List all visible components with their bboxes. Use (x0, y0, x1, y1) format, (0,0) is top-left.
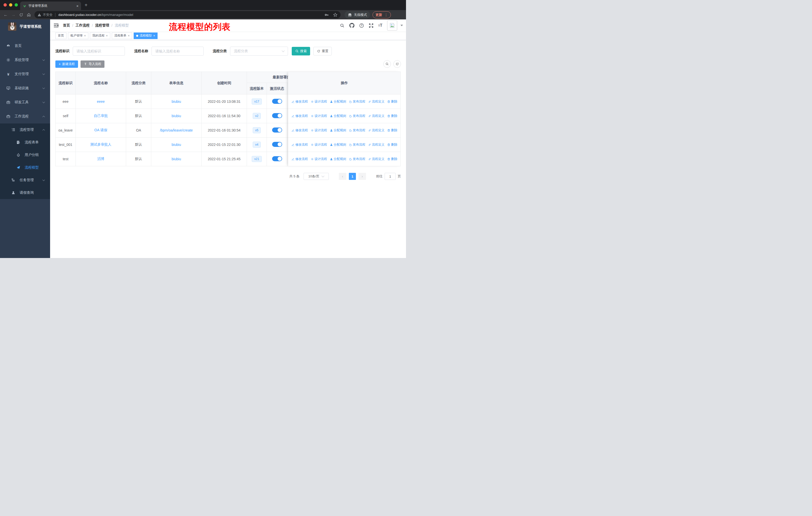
action-设计流程[interactable]: 设计流程 (311, 100, 327, 104)
next-page-button[interactable]: › (358, 173, 366, 180)
user-avatar[interactable] (387, 20, 397, 30)
search-button[interactable]: 搜索 (292, 47, 310, 55)
active-toggle[interactable] (272, 142, 282, 147)
action-发布流程[interactable]: 发布流程 (349, 143, 366, 147)
sidebar-item-工作流程[interactable]: 工作流程 (0, 109, 50, 124)
active-toggle[interactable] (272, 113, 282, 118)
cell-name[interactable]: 滔博 (76, 152, 126, 166)
action-发布流程[interactable]: 发布流程 (349, 157, 366, 161)
sidebar-collapse-icon[interactable] (54, 24, 58, 27)
sidebar-item-系统管理[interactable]: 系统管理 (0, 53, 50, 67)
cell-name[interactable]: 测试多审批人 (76, 138, 126, 152)
tab-close-icon[interactable]: × (76, 4, 79, 8)
category-select[interactable]: 流程分类 (230, 47, 288, 56)
security-label[interactable]: 不安全 (43, 12, 53, 17)
sidebar-item-首页[interactable]: 首页 (0, 39, 50, 53)
action-删除[interactable]: 删除 (387, 100, 398, 104)
cell-name[interactable]: eeee (76, 94, 126, 109)
sidebar-logo[interactable]: 芋道管理系统 (0, 19, 50, 33)
cell-active-status[interactable] (267, 152, 287, 166)
breadcrumb-item-工作流程[interactable]: 工作流程 (76, 23, 90, 28)
form-info-link[interactable]: biubiu (172, 143, 181, 147)
action-流程定义[interactable]: 流程定义 (368, 157, 385, 161)
sidebar-item-流程模型[interactable]: 流程模型 (0, 161, 50, 174)
action-删除[interactable]: 删除 (387, 157, 398, 161)
action-流程定义[interactable]: 流程定义 (368, 128, 385, 133)
key-input[interactable] (77, 49, 121, 53)
new-tab-button[interactable]: + (85, 2, 88, 7)
browser-tab[interactable]: 芋道管理系统 × (20, 1, 81, 10)
bookmark-star-icon[interactable] (333, 12, 338, 17)
breadcrumb-item-流程管理[interactable]: 流程管理 (95, 23, 109, 28)
active-toggle[interactable] (272, 128, 282, 133)
cell-form[interactable]: biubiu (151, 152, 202, 166)
form-info-link[interactable]: biubiu (172, 157, 181, 161)
action-分配规则[interactable]: 分配规则 (330, 114, 346, 118)
action-修改流程[interactable]: 修改流程 (291, 128, 308, 133)
action-发布流程[interactable]: 发布流程 (349, 100, 366, 104)
action-分配规则[interactable]: 分配规则 (330, 157, 346, 161)
home-icon[interactable] (27, 12, 31, 17)
cell-form[interactable]: biubiu (151, 138, 202, 152)
name-input[interactable] (155, 49, 200, 53)
sidebar-item-研发工具[interactable]: 研发工具 (0, 95, 50, 109)
tag-close-icon[interactable]: × (106, 34, 108, 37)
browser-menu-icon[interactable]: ⋮ (384, 13, 388, 17)
action-分配规则[interactable]: 分配规则 (330, 128, 346, 133)
action-发布流程[interactable]: 发布流程 (349, 114, 366, 118)
tag-我的流程[interactable]: 我的流程× (90, 32, 110, 39)
tag-租户管理[interactable]: 租户管理× (68, 32, 88, 39)
font-size-icon[interactable]: TT (378, 23, 382, 28)
refresh-button[interactable] (394, 60, 401, 68)
filter-key-input[interactable] (73, 47, 125, 56)
process-name-link[interactable]: 滔博 (97, 157, 105, 161)
sidebar-item-请假查询[interactable]: 请假查询 (0, 186, 50, 199)
import-process-button[interactable]: 导入流程 (81, 60, 105, 68)
sidebar-item-流程管理[interactable]: 流程管理 (0, 124, 50, 136)
fullscreen-icon[interactable] (369, 23, 374, 28)
action-修改流程[interactable]: 修改流程 (291, 114, 308, 118)
tag-首页[interactable]: 首页 (55, 32, 66, 39)
process-name-link[interactable]: 测试多审批人 (90, 142, 112, 146)
sidebar-item-任务管理[interactable]: 任务管理 (0, 174, 50, 186)
process-name-link[interactable]: eeee (97, 100, 105, 104)
window-zoom-button[interactable] (14, 3, 18, 6)
security-warning-icon[interactable] (37, 13, 41, 17)
action-流程定义[interactable]: 流程定义 (368, 143, 385, 147)
window-close-button[interactable] (3, 3, 7, 6)
tag-close-icon[interactable]: × (153, 34, 155, 37)
action-设计流程[interactable]: 设计流程 (311, 114, 327, 118)
active-toggle[interactable] (272, 156, 282, 161)
update-label[interactable]: 更新 (376, 12, 382, 17)
tag-close-icon[interactable]: × (128, 34, 129, 37)
sidebar-item-支付管理[interactable]: ¥支付管理 (0, 67, 50, 81)
page-size-select[interactable]: 10条/页 (303, 173, 329, 180)
update-button[interactable]: 更新 ⋮ (373, 11, 391, 19)
action-发布流程[interactable]: 发布流程 (349, 128, 366, 133)
cell-name[interactable]: 自己审批 (76, 109, 126, 123)
sidebar-item-用户分组[interactable]: 用户分组 (0, 148, 50, 161)
action-分配规则[interactable]: 分配规则 (330, 100, 346, 104)
form-info-link[interactable]: biubiu (172, 100, 181, 104)
action-删除[interactable]: 删除 (387, 128, 398, 133)
search-icon[interactable] (340, 23, 345, 28)
action-设计流程[interactable]: 设计流程 (311, 143, 327, 147)
action-流程定义[interactable]: 流程定义 (368, 114, 385, 118)
current-page-button[interactable]: 1 (349, 173, 356, 180)
goto-page-input[interactable]: 1 (385, 173, 396, 180)
create-process-button[interactable]: +新建流程 (55, 60, 78, 68)
cell-form[interactable]: biubiu (151, 109, 202, 123)
action-删除[interactable]: 删除 (387, 114, 398, 118)
help-icon[interactable]: ? (359, 23, 364, 28)
window-minimize-button[interactable] (9, 3, 12, 6)
action-分配规则[interactable]: 分配规则 (330, 143, 346, 147)
sidebar-item-流程表单[interactable]: 流程表单 (0, 136, 50, 148)
action-删除[interactable]: 删除 (387, 143, 398, 147)
action-设计流程[interactable]: 设计流程 (311, 157, 327, 161)
breadcrumb-item-首页[interactable]: 首页 (63, 23, 70, 28)
cell-form[interactable]: /bpm/oa/leave/create (151, 123, 202, 138)
tag-close-icon[interactable]: × (84, 34, 86, 37)
avatar-caret-icon[interactable] (401, 25, 403, 26)
filter-name-input[interactable] (151, 47, 204, 56)
process-name-link[interactable]: OA 请假 (94, 128, 107, 132)
